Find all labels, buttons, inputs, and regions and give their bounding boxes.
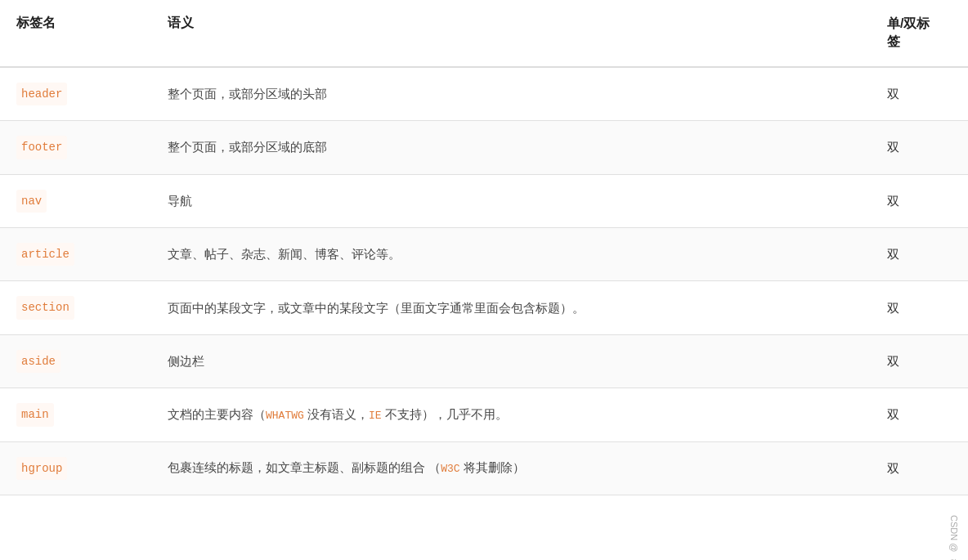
table-row: hgroup包裹连续的标题，如文章主标题、副标题的组合 （W3C 将其删除）双 — [0, 441, 968, 495]
tag-name-label: nav — [16, 190, 47, 213]
table-row: footer整个页面，或部分区域的底部双 — [0, 121, 968, 174]
table-row: main文档的主要内容（WHATWG 没有语义，IE 不支持），几乎不用。双 — [0, 388, 968, 441]
meaning-cell: 文档的主要内容（WHATWG 没有语义，IE 不支持），几乎不用。 — [151, 388, 871, 441]
tag-name-label: aside — [16, 350, 60, 373]
html-tags-table: 标签名 语义 单/双标签 header整个页面，或部分区域的头部双footer整… — [0, 0, 968, 495]
meaning-cell: 整个页面，或部分区域的底部 — [151, 121, 871, 174]
type-cell: 双 — [871, 441, 968, 495]
tag-cell: header — [0, 67, 151, 121]
tag-name-label: article — [16, 243, 74, 266]
type-cell: 双 — [871, 174, 968, 227]
tag-cell: nav — [0, 174, 151, 227]
meaning-cell: 导航 — [151, 174, 871, 227]
meaning-cell: 侧边栏 — [151, 334, 871, 388]
table-header-row: 标签名 语义 单/双标签 — [0, 0, 968, 67]
watermark: CSDN @前小白 — [948, 515, 960, 552]
tag-name-label: hgroup — [16, 457, 67, 480]
tag-cell: hgroup — [0, 441, 151, 495]
meaning-cell: 页面中的某段文字，或文章中的某段文字（里面文字通常里面会包含标题）。 — [151, 281, 871, 334]
table-row: aside侧边栏双 — [0, 334, 968, 388]
meaning-cell: 包裹连续的标题，如文章主标题、副标题的组合 （W3C 将其删除） — [151, 441, 871, 495]
table-container: 标签名 语义 单/双标签 header整个页面，或部分区域的头部双footer整… — [0, 0, 968, 495]
tag-cell: footer — [0, 121, 151, 174]
tag-cell: main — [0, 388, 151, 441]
type-cell: 双 — [871, 121, 968, 174]
type-cell: 双 — [871, 67, 968, 121]
col-header-type: 单/双标签 — [871, 0, 968, 67]
type-cell: 双 — [871, 227, 968, 280]
tag-cell: article — [0, 227, 151, 280]
meaning-cell: 文章、帖子、杂志、新闻、博客、评论等。 — [151, 227, 871, 280]
table-row: nav导航双 — [0, 174, 968, 227]
table-row: article文章、帖子、杂志、新闻、博客、评论等。双 — [0, 227, 968, 280]
tag-name-label: section — [16, 296, 74, 319]
type-cell: 双 — [871, 334, 968, 388]
col-header-meaning: 语义 — [151, 0, 871, 67]
type-cell: 双 — [871, 281, 968, 334]
tag-cell: section — [0, 281, 151, 334]
tag-name-label: header — [16, 83, 67, 105]
table-row: section页面中的某段文字，或文章中的某段文字（里面文字通常里面会包含标题）… — [0, 281, 968, 334]
table-row: header整个页面，或部分区域的头部双 — [0, 67, 968, 121]
type-cell: 双 — [871, 388, 968, 441]
tag-name-label: main — [16, 403, 54, 426]
col-header-tag: 标签名 — [0, 0, 151, 67]
tag-name-label: footer — [16, 136, 67, 159]
meaning-cell: 整个页面，或部分区域的头部 — [151, 67, 871, 121]
tag-cell: aside — [0, 334, 151, 388]
